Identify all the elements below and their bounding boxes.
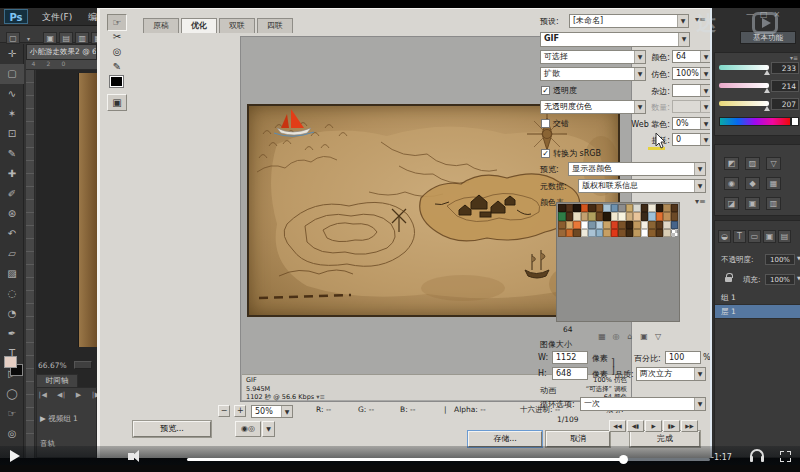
slider-value[interactable]: 214: [771, 80, 799, 92]
color-swatch-44[interactable]: [648, 221, 656, 229]
format-select[interactable]: GIF▼: [540, 32, 690, 47]
preset-select[interactable]: [未命名]▼: [569, 14, 689, 28]
marquee-icon[interactable]: ▢: [6, 32, 20, 44]
color-swatch-39[interactable]: [611, 221, 619, 229]
eraser-tool[interactable]: ▱: [0, 244, 24, 264]
prev-frame-icon[interactable]: ◀∣: [57, 391, 66, 399]
width-field[interactable]: 1152: [552, 351, 588, 364]
headphones-icon[interactable]: [750, 449, 764, 458]
slider-handle[interactable]: [764, 88, 770, 93]
shape-tool[interactable]: ◯: [0, 384, 24, 404]
color-swatch-55[interactable]: [611, 229, 619, 237]
color-slider[interactable]: [719, 101, 769, 106]
pen-tool[interactable]: ✒: [0, 324, 24, 344]
color-swatch-19[interactable]: [581, 212, 589, 220]
color-slider[interactable]: [719, 83, 769, 88]
matte-select[interactable]: ▼: [672, 84, 712, 97]
prev-frame-icon[interactable]: ◀▮: [627, 420, 644, 432]
color-swatch-40[interactable]: [618, 221, 626, 229]
curves-icon[interactable]: ▽: [766, 157, 781, 170]
color-swatch-58[interactable]: [633, 229, 641, 237]
fullscreen-icon[interactable]: [780, 451, 791, 462]
color-swatch-6[interactable]: [603, 204, 611, 212]
lossy-select[interactable]: 0▼: [672, 133, 712, 146]
vibrance-icon[interactable]: ◆: [745, 177, 760, 190]
color-swatch-20[interactable]: [588, 212, 596, 220]
color-swatch-42[interactable]: [633, 221, 641, 229]
color-swatch-15[interactable]: [671, 204, 679, 212]
color-swatch-33[interactable]: [566, 221, 574, 229]
color-swatch-54[interactable]: [603, 229, 611, 237]
marquee-tool[interactable]: ▢: [0, 64, 24, 84]
preview-mode-select[interactable]: 显示器颜色▼: [568, 162, 706, 176]
balance-icon[interactable]: ◪: [724, 197, 739, 210]
zoom-tool[interactable]: ◎: [0, 424, 24, 444]
color-swatch-35[interactable]: [581, 221, 589, 229]
transparency-dither-select[interactable]: 无透明度仿色▼: [540, 100, 646, 114]
timeline-tab[interactable]: 时间轴: [36, 374, 78, 387]
filter-smart-icon[interactable]: ▣: [763, 230, 776, 243]
color-swatch-14[interactable]: [663, 204, 671, 212]
add-selection-icon[interactable]: ▤: [59, 32, 73, 44]
play-icon[interactable]: ▶: [76, 391, 81, 399]
color-swatch-10[interactable]: [633, 204, 641, 212]
magic-wand-tool[interactable]: ✶: [0, 104, 24, 124]
snap-transparency-icon[interactable]: ▦: [595, 332, 609, 341]
lock-icon[interactable]: [725, 277, 732, 282]
color-swatch-24[interactable]: [618, 212, 626, 220]
color-swatch-29[interactable]: [656, 212, 664, 220]
eyedropper-tool[interactable]: ✎: [0, 144, 24, 164]
color-swatch-34[interactable]: [573, 221, 581, 229]
chevron-down-icon[interactable]: ▼: [281, 406, 292, 417]
hue-icon[interactable]: ▦: [766, 177, 781, 190]
video-group-item[interactable]: ▶ 视频组 1: [40, 414, 78, 424]
colors-select[interactable]: 64▼: [672, 50, 712, 63]
slider-value[interactable]: 207: [771, 98, 799, 110]
fill-value[interactable]: 100%: [765, 274, 795, 285]
color-swatch-51[interactable]: [581, 229, 589, 237]
video-play-icon[interactable]: [10, 450, 20, 462]
websnap-select[interactable]: 0%▼: [672, 117, 712, 130]
next-frame-icon[interactable]: ▮▶: [663, 420, 680, 432]
eyedropper-tool[interactable]: ✎: [107, 59, 127, 76]
zoom-out-icon[interactable]: −: [218, 405, 230, 417]
lock-color-icon[interactable]: ⌂: [623, 332, 637, 341]
color-swatch-61[interactable]: [656, 229, 664, 237]
history-brush-tool[interactable]: ↶: [0, 224, 24, 244]
panel-menu-icon[interactable]: ▾≡: [695, 15, 706, 24]
tab-two-up[interactable]: 双联: [219, 18, 255, 33]
dither-method-select[interactable]: 扩散▼: [540, 67, 646, 81]
hand-tool[interactable]: ☞: [0, 404, 24, 424]
color-swatch-49[interactable]: [566, 229, 574, 237]
color-swatch-3[interactable]: [581, 204, 589, 212]
color-swatch-12[interactable]: [648, 204, 656, 212]
video-scrubber-handle[interactable]: [619, 455, 628, 464]
color-swatch-37[interactable]: [596, 221, 604, 229]
panel-menu-icon[interactable]: ▾≡: [695, 197, 706, 206]
color-swatch-52[interactable]: [588, 229, 596, 237]
color-swatch-60[interactable]: [648, 229, 656, 237]
panel-menu-icon[interactable]: ▾≡: [790, 54, 798, 61]
color-swatch-63[interactable]: [671, 229, 679, 237]
color-swatch-38[interactable]: [603, 221, 611, 229]
transparency-checkbox[interactable]: ✓: [541, 86, 550, 95]
color-spectrum[interactable]: [719, 117, 791, 126]
color-swatch-16[interactable]: [558, 212, 566, 220]
color-swatch-36[interactable]: [588, 221, 596, 229]
color-swatch-46[interactable]: [663, 221, 671, 229]
chevron-down-icon[interactable]: ▾: [27, 35, 30, 42]
brush-tool[interactable]: ✐: [0, 184, 24, 204]
color-swatch-8[interactable]: [618, 204, 626, 212]
tab-original[interactable]: 原稿: [143, 18, 179, 33]
status-menu-icon[interactable]: ▾≡: [316, 393, 325, 401]
reduction-select[interactable]: 可选择▼: [540, 50, 646, 64]
loop-select[interactable]: 一次▼: [580, 397, 706, 411]
slider-value[interactable]: 233: [771, 62, 799, 74]
color-swatch-47[interactable]: [671, 221, 679, 229]
slider-handle[interactable]: [764, 70, 770, 75]
color-swatch-27[interactable]: [641, 212, 649, 220]
volume-icon[interactable]: [128, 453, 134, 460]
color-swatch-31[interactable]: [671, 212, 679, 220]
color-swatch-5[interactable]: [596, 204, 604, 212]
color-swatch-1[interactable]: [566, 204, 574, 212]
